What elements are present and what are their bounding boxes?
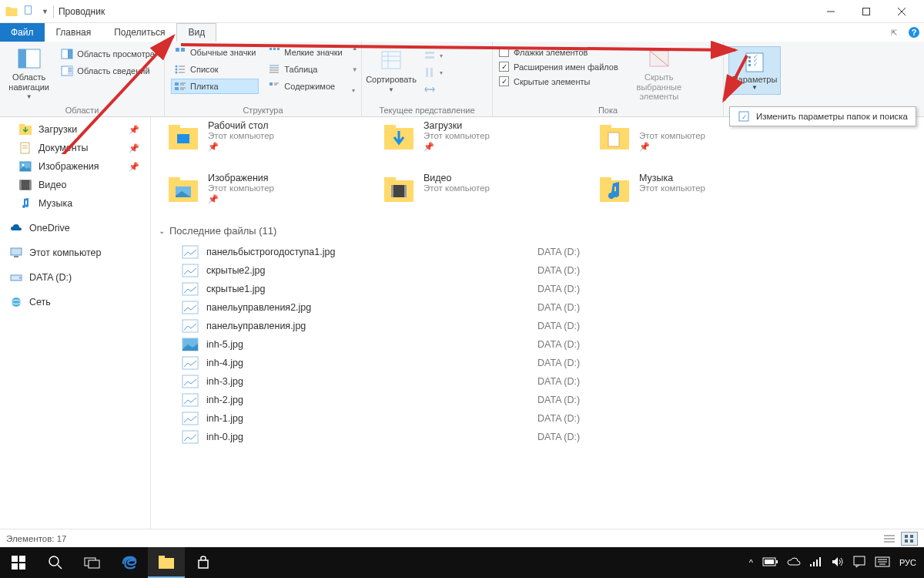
- folder-desktop[interactable]: Рабочий стол Этот компьютер 📌: [166, 120, 351, 154]
- minimize-ribbon-icon[interactable]: ⇱: [884, 23, 904, 42]
- checkbox-item-checkboxes[interactable]: Флажки элементов: [499, 46, 618, 58]
- tray-overflow-icon[interactable]: ^: [749, 558, 753, 567]
- hide-selected-button[interactable]: Скрыть выбранные элементы: [624, 45, 694, 103]
- details-pane-button[interactable]: Область сведений: [58, 63, 158, 79]
- layout-large-icons[interactable]: Обычные значки: [171, 45, 259, 60]
- file-name: inh-3.jpg: [206, 376, 537, 387]
- file-row[interactable]: скрытые2.jpgDATA (D:): [159, 261, 916, 280]
- file-row[interactable]: панельуправления.jpgDATA (D:): [159, 317, 916, 335]
- maximize-button[interactable]: [849, 0, 884, 23]
- action-center-icon[interactable]: [853, 556, 865, 570]
- store-button[interactable]: [185, 547, 222, 578]
- edge-button[interactable]: [111, 547, 148, 578]
- group-by-button[interactable]: ▾: [420, 48, 446, 63]
- file-row[interactable]: панельуправления2.jpgDATA (D:): [159, 298, 916, 317]
- navigation-pane-button[interactable]: Область навигации ▼: [6, 45, 52, 102]
- volume-icon[interactable]: [832, 556, 844, 569]
- layout-small-icons[interactable]: Мелкие значки: [265, 45, 345, 60]
- folder-options-icon: ✓: [738, 110, 750, 123]
- tab-view[interactable]: Вид: [176, 23, 216, 42]
- options-dropdown-item[interactable]: ✓ Изменить параметры папок и поиска: [729, 106, 916, 126]
- svg-rect-32: [273, 48, 276, 50]
- file-row[interactable]: inh-3.jpgDATA (D:): [159, 372, 916, 391]
- search-button[interactable]: [37, 547, 74, 578]
- close-button[interactable]: [884, 0, 919, 23]
- sidebar-item-documents[interactable]: Документы 📌: [0, 139, 150, 157]
- scroll-down-icon[interactable]: ▼: [352, 66, 358, 73]
- file-name: inh-0.jpg: [206, 432, 537, 442]
- folder-music[interactable]: Музыка Этот компьютер: [598, 173, 782, 207]
- minimize-button[interactable]: [813, 0, 849, 23]
- svg-text:✓: ✓: [742, 113, 748, 121]
- folder-downloads[interactable]: Загрузки Этот компьютер 📌: [382, 120, 567, 154]
- file-row[interactable]: скрытые1.jpgDATA (D:): [159, 280, 916, 298]
- svg-point-19: [176, 66, 178, 68]
- onedrive-tray-icon[interactable]: [787, 557, 801, 568]
- file-location: DATA (D:): [537, 247, 580, 257]
- scroll-up-icon[interactable]: ▲: [352, 45, 358, 52]
- folder-icon: [382, 173, 416, 207]
- task-view-button[interactable]: [74, 547, 111, 578]
- svg-rect-98: [182, 320, 198, 332]
- qat-dropdown-icon[interactable]: ▼: [42, 8, 49, 15]
- folder-videos[interactable]: Видео Этот компьютер: [382, 173, 567, 207]
- svg-rect-18: [181, 48, 185, 52]
- file-row[interactable]: inh-2.jpgDATA (D:): [159, 391, 916, 409]
- taskbar: ^ РУС: [0, 547, 924, 578]
- sidebar-item-pictures[interactable]: Изображения 📌: [0, 157, 150, 176]
- size-columns-button[interactable]: [420, 82, 446, 97]
- folder-pictures[interactable]: Изображения Этот компьютер 📌: [166, 173, 351, 207]
- start-button[interactable]: [0, 547, 37, 578]
- battery-icon[interactable]: [762, 557, 778, 568]
- file-name: панельуправления2.jpg: [206, 302, 537, 313]
- qat-doc-icon[interactable]: [23, 5, 37, 18]
- tab-share[interactable]: Поделиться: [102, 23, 176, 42]
- add-columns-button[interactable]: ▾: [420, 65, 446, 80]
- tab-file[interactable]: Файл: [0, 23, 45, 42]
- image-file-icon: [182, 301, 199, 314]
- sidebar-item-data-drive[interactable]: DATA (D:): [0, 268, 150, 287]
- file-row[interactable]: inh-4.jpgDATA (D:): [159, 354, 916, 372]
- folder-icon: [598, 120, 631, 154]
- tab-home[interactable]: Главная: [45, 23, 103, 42]
- sidebar-item-network[interactable]: Сеть: [0, 293, 150, 311]
- svg-point-66: [22, 164, 25, 166]
- view-tiles-button[interactable]: [901, 532, 918, 546]
- checkbox-hidden-items[interactable]: Скрытые элементы: [499, 76, 618, 87]
- sidebar-item-downloads[interactable]: Загрузки 📌: [0, 120, 150, 139]
- preview-pane-button[interactable]: Область просмотра: [58, 46, 158, 62]
- file-row[interactable]: inh-5.jpgDATA (D:): [159, 335, 916, 354]
- expand-icon[interactable]: ▾: [352, 87, 358, 94]
- layout-details[interactable]: Таблица: [265, 62, 345, 77]
- input-lang[interactable]: РУС: [899, 558, 916, 567]
- file-location: DATA (D:): [537, 339, 580, 350]
- sidebar-item-videos[interactable]: Видео: [0, 176, 150, 194]
- network-tray-icon[interactable]: [810, 556, 822, 569]
- view-details-button[interactable]: [881, 532, 898, 546]
- group-showhide-label: Пока: [499, 104, 717, 115]
- sidebar-item-onedrive[interactable]: OneDrive: [0, 219, 150, 237]
- help-icon[interactable]: ?: [904, 23, 924, 42]
- svg-rect-114: [12, 563, 18, 570]
- layout-content[interactable]: Содержимое: [265, 79, 345, 94]
- file-row[interactable]: inh-1.jpgDATA (D:): [159, 409, 916, 428]
- file-row[interactable]: панельбыстрогодоступа1.jpgDATA (D:): [159, 243, 916, 261]
- sidebar-item-thispc[interactable]: Этот компьютер: [0, 244, 150, 262]
- recent-files-header[interactable]: ⌄ Последние файлы (11): [159, 225, 916, 237]
- svg-rect-123: [776, 560, 778, 563]
- pin-icon: 📌: [129, 125, 139, 135]
- layout-tiles[interactable]: Плитка: [171, 79, 259, 94]
- keyboard-icon[interactable]: [875, 556, 890, 569]
- svg-point-116: [49, 556, 59, 566]
- file-row[interactable]: inh-0.jpgDATA (D:): [159, 428, 916, 446]
- sort-button[interactable]: Сортировать ▼: [368, 47, 414, 95]
- folder-icon: [382, 120, 416, 154]
- options-button[interactable]: ✓✓✓ Параметры ▼: [728, 46, 781, 95]
- system-tray: ^ РУС: [742, 556, 924, 570]
- layout-list[interactable]: Список: [171, 62, 259, 77]
- file-name: inh-4.jpg: [206, 358, 537, 368]
- sidebar-item-music[interactable]: Музыка: [0, 194, 150, 213]
- group-current-label: Текущее представление: [368, 104, 486, 115]
- checkbox-extensions[interactable]: Расширения имен файлов: [499, 61, 618, 72]
- explorer-taskbar-button[interactable]: [148, 547, 185, 578]
